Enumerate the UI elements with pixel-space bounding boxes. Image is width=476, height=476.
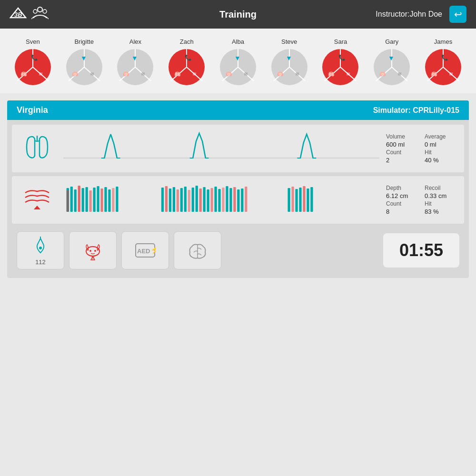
detail-panel: Virginia Simulator: CPRLilly-015 xyxy=(7,100,469,278)
svg-point-3 xyxy=(33,10,37,13)
svg-rect-86 xyxy=(161,188,164,212)
svg-rect-104 xyxy=(229,188,232,212)
svg-text:⚡: ⚡ xyxy=(150,245,156,254)
svg-rect-98 xyxy=(207,189,209,212)
student-item[interactable]: Gary ▼ 🫁 ≋ xyxy=(373,38,411,86)
student-circle: ▼ 🫁 ≋ xyxy=(219,48,257,86)
student-item[interactable]: Sven 📞 🫁 ≋ xyxy=(14,38,52,86)
student-name: James xyxy=(434,38,452,45)
svg-rect-74 xyxy=(74,189,77,212)
compression-stats: Depth Recoil 6.12 cm 0.33 cm Count Hit 8… xyxy=(384,183,460,217)
svg-rect-99 xyxy=(210,188,213,212)
header: 3B Training Instructor:John Doe ↩ xyxy=(0,0,476,29)
svg-marker-70 xyxy=(34,206,40,209)
student-name: Alex xyxy=(129,38,141,45)
student-circle: 📞 🫁 ≋ xyxy=(424,48,462,86)
svg-rect-111 xyxy=(295,189,298,212)
brain-button[interactable] xyxy=(174,231,221,269)
breath-hit-label: Hit xyxy=(425,149,458,156)
aed-button[interactable]: AED ⚡ xyxy=(121,231,169,269)
svg-rect-82 xyxy=(104,187,107,212)
svg-rect-90 xyxy=(177,189,179,212)
svg-rect-87 xyxy=(165,186,168,212)
svg-point-119 xyxy=(89,250,91,252)
svg-rect-106 xyxy=(237,189,239,212)
svg-rect-88 xyxy=(169,188,171,212)
svg-point-123 xyxy=(92,259,93,260)
svg-text:🫁: 🫁 xyxy=(123,70,129,77)
svg-rect-92 xyxy=(184,187,187,212)
svg-rect-76 xyxy=(82,188,84,212)
svg-text:AED: AED xyxy=(137,248,150,255)
student-circle: 📞 🫁 ≋ xyxy=(321,48,359,86)
svg-rect-109 xyxy=(288,188,290,212)
student-item[interactable]: Alba ▼ 🫁 ≋ xyxy=(219,38,257,86)
volume-value: 600 ml xyxy=(386,141,420,148)
svg-rect-97 xyxy=(203,187,205,212)
svg-rect-110 xyxy=(291,187,294,212)
lungs-icon xyxy=(16,132,59,165)
svg-rect-94 xyxy=(192,188,194,212)
comp-hit-value: 83 % xyxy=(425,208,458,215)
svg-text:🫁: 🫁 xyxy=(277,70,284,77)
student-circle: 📞 🫁 ≋ xyxy=(168,48,206,86)
svg-rect-89 xyxy=(173,187,175,212)
svg-rect-81 xyxy=(100,188,103,212)
svg-text:3B: 3B xyxy=(14,11,22,18)
back-button[interactable]: ↩ xyxy=(449,6,466,23)
svg-text:🫁: 🫁 xyxy=(174,70,181,77)
page-title: Training xyxy=(219,9,257,20)
svg-rect-108 xyxy=(245,187,247,212)
average-value: 0 ml xyxy=(425,141,458,148)
detail-student-name: Virginia xyxy=(17,105,48,115)
svg-rect-105 xyxy=(233,187,236,212)
svg-text:≋: ≋ xyxy=(295,71,299,77)
svg-rect-77 xyxy=(85,187,88,212)
student-item[interactable]: Zach 📞 🫁 ≋ xyxy=(168,38,206,86)
svg-rect-101 xyxy=(218,189,220,212)
student-item[interactable]: Steve ▼ 🫁 ≋ xyxy=(270,38,308,86)
student-circle: 📞 🫁 ≋ xyxy=(14,48,52,86)
svg-rect-107 xyxy=(241,188,243,212)
student-item[interactable]: Alex ▼ 🫁 ≋ xyxy=(116,38,154,86)
svg-rect-112 xyxy=(299,188,301,212)
student-item[interactable]: James 📞 🫁 ≋ xyxy=(424,38,462,86)
svg-text:▼: ▼ xyxy=(286,54,292,62)
student-item[interactable]: Sara 📞 🫁 ≋ xyxy=(321,38,359,86)
bottom-row: 112 xyxy=(12,228,464,273)
svg-text:📞: 📞 xyxy=(441,54,448,61)
call-button[interactable]: 112 xyxy=(17,231,64,269)
svg-text:🫁: 🫁 xyxy=(72,70,79,77)
comp-count-value: 8 xyxy=(386,208,420,215)
instructor-info: Instructor:John Doe xyxy=(376,10,442,19)
svg-text:🫁: 🫁 xyxy=(431,70,437,77)
svg-rect-83 xyxy=(108,189,110,212)
students-section: Sven 📞 🫁 ≋ Brigitte xyxy=(0,29,476,93)
svg-text:📞: 📞 xyxy=(185,54,192,61)
compression-icon xyxy=(16,186,59,214)
svg-rect-114 xyxy=(307,188,309,212)
svg-rect-78 xyxy=(89,190,91,212)
svg-rect-85 xyxy=(116,187,118,212)
depth-value: 6.12 cm xyxy=(386,192,420,199)
svg-point-4 xyxy=(43,10,47,13)
svg-text:🫁: 🫁 xyxy=(328,70,335,77)
svg-text:≋: ≋ xyxy=(141,71,145,77)
recoil-label: Recoil xyxy=(425,185,458,191)
svg-text:▼: ▼ xyxy=(234,54,241,62)
svg-rect-103 xyxy=(226,186,228,212)
svg-text:▼: ▼ xyxy=(388,54,395,62)
svg-text:📞: 📞 xyxy=(31,54,38,61)
logo: 3B xyxy=(10,6,49,23)
student-item[interactable]: Brigitte ▼ 🫁 ≋ xyxy=(65,38,103,86)
recovery-button[interactable] xyxy=(69,231,117,269)
student-circle: ▼ 🫁 ≋ xyxy=(65,48,103,86)
breathing-row: Volume Average 600 ml 0 ml Count Hit 2 4… xyxy=(12,125,464,172)
svg-text:≋: ≋ xyxy=(192,71,197,77)
compression-row: Depth Recoil 6.12 cm 0.33 cm Count Hit 8… xyxy=(12,176,464,224)
depth-label: Depth xyxy=(386,185,420,191)
timer-value: 01:55 xyxy=(399,240,443,260)
svg-point-116 xyxy=(39,247,42,249)
call-label: 112 xyxy=(35,258,46,266)
svg-rect-95 xyxy=(196,186,198,212)
